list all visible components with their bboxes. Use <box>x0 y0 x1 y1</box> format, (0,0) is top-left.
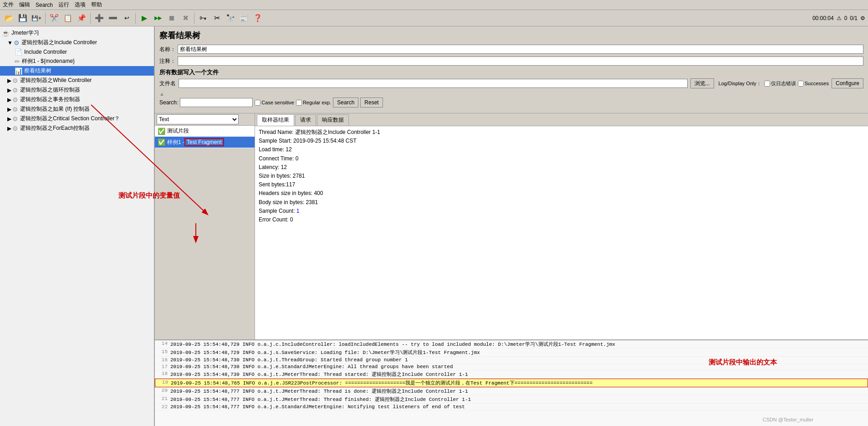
errors-checkbox-label[interactable]: 仅日志错误 <box>764 80 796 87</box>
case-sensitive-checkbox[interactable] <box>255 100 260 106</box>
menu-help[interactable]: 帮助 <box>91 1 102 9</box>
expand-while: ▶ <box>7 77 11 84</box>
detail-line-3: Connect Time: 0 <box>259 154 864 163</box>
stop-button[interactable]: ⏹ <box>165 12 178 25</box>
tree-foreach-label: 逻辑控制器之ForEach控制器 <box>20 124 90 132</box>
log-line-18: 18 2019-09-25 15:54:48,730 INFO o.a.j.t.… <box>155 370 868 379</box>
expand-crit: ▶ <box>7 116 11 122</box>
copy-button[interactable]: 📋 <box>61 12 74 25</box>
comment-input[interactable] <box>178 56 863 66</box>
expand-foreach: ▶ <box>7 125 11 132</box>
help-button[interactable]: ❓ <box>251 12 264 25</box>
save-as-button[interactable]: 💾+ <box>30 12 43 25</box>
expand-icon: ▼ <box>7 40 13 46</box>
foreach-icon: ⚙ <box>12 125 18 132</box>
log-text-19: 2019-09-25 15:54:48,765 INFO o.a.j.e.JSR… <box>171 380 866 386</box>
regexp-label[interactable]: Regular exp. <box>296 100 331 106</box>
toolbar-sep-4 <box>194 13 194 24</box>
format-row: Text XML JSON HTML <box>155 113 255 126</box>
tree-critical[interactable]: ▶ ⚙ 逻辑控制器之Critical Section Controller？ <box>0 114 154 123</box>
green-circle-0: ✅ <box>158 128 165 135</box>
tree-include-controller-group[interactable]: ▼ ⚙ 逻辑控制器之Include Controller <box>0 38 154 47</box>
successes-checkbox-label[interactable]: Successes <box>798 81 829 87</box>
detail-line-4: Latency: 12 <box>259 163 864 172</box>
file-input[interactable] <box>179 79 688 88</box>
key-button[interactable]: 🗝 <box>197 12 209 25</box>
tree-while[interactable]: ▶ ⚙ 逻辑控制器之While Controller <box>0 76 154 85</box>
log-line-19: 19 2019-09-25 15:54:48,765 INFO o.a.j.e.… <box>155 379 868 387</box>
paste-button[interactable]: 📌 <box>75 12 88 25</box>
detail-line-9: Sample Count: 1 <box>259 207 864 216</box>
main-layout: ☕ Jmeter学习 ▼ ⚙ 逻辑控制器之Include Controller … <box>0 26 868 426</box>
name-input[interactable] <box>178 45 863 54</box>
errors-checkbox[interactable] <box>764 81 770 87</box>
tree-sample[interactable]: ✏ 样例1 - ${modename} <box>0 56 154 66</box>
tree-if[interactable]: ▶ ⚙ 逻辑控制器之如果 (If) 控制器 <box>0 104 154 114</box>
reset-button[interactable]: Reset <box>360 98 383 108</box>
tab-request[interactable]: 请求 <box>295 114 316 126</box>
menu-run[interactable]: 运行 <box>58 1 69 9</box>
result-item-highlight-1: Test Fragment <box>184 138 224 146</box>
tab-sampler-results[interactable]: 取样器结果 <box>257 114 294 126</box>
run-no-pause-button[interactable]: ▶▶ <box>152 12 164 25</box>
result-item-1[interactable]: ✅ 样例1 - Test Fragment <box>155 137 255 148</box>
menu-edit[interactable]: 编辑 <box>19 1 30 9</box>
expand-loop: ▶ <box>7 87 11 93</box>
run-button[interactable]: ▶ <box>138 12 151 25</box>
left-panel: ☕ Jmeter学习 ▼ ⚙ 逻辑控制器之Include Controller … <box>0 26 155 426</box>
section-title: 所有数据写入一个文件 <box>159 68 863 77</box>
expand-trans: ▶ <box>7 97 11 103</box>
tree-foreach[interactable]: ▶ ⚙ 逻辑控制器之ForEach控制器 <box>0 123 154 133</box>
tree-root[interactable]: ☕ Jmeter学习 <box>0 28 154 38</box>
toolbar-right: 00:00:04 ⚠ 0 0/1 ⚙ <box>812 15 865 21</box>
regexp-checkbox[interactable] <box>296 100 302 106</box>
scissors-button[interactable]: ✂ <box>210 12 223 25</box>
open-button[interactable]: 📂 <box>3 12 15 25</box>
result-item-0[interactable]: ✅ 测试片段 <box>155 126 255 137</box>
collapse-button[interactable]: ➖ <box>107 12 119 25</box>
search-button[interactable]: Search <box>333 98 358 108</box>
tree-results[interactable]: 📊 察看结果树 <box>0 66 154 76</box>
toolbar-sep-3 <box>135 13 136 24</box>
cut-button[interactable]: ✂️ <box>48 12 61 25</box>
tree-transaction-label: 逻辑控制器之事务控制器 <box>20 96 80 103</box>
remote-button[interactable]: 🔭 <box>224 12 237 25</box>
file-row: 文件名 浏览... Log/Display Only： 仅日志错误 Succes… <box>159 78 863 88</box>
menu-search[interactable]: Search <box>36 2 53 8</box>
template-button[interactable]: 📰 <box>238 12 250 25</box>
right-panel: 察看结果树 名称： 注释： 所有数据写入一个文件 文件名 浏览... <box>155 26 868 426</box>
results-icon: 📊 <box>15 67 22 75</box>
tree-loop[interactable]: ▶ ⚙ 逻辑控制器之循环控制器 <box>0 85 154 95</box>
detail-line-1: Sample Start: 2019-09-25 15:54:48 CST <box>259 137 864 145</box>
case-sensitive-label[interactable]: Case sensitive <box>255 100 294 106</box>
critical-icon: ⚙ <box>12 115 18 123</box>
tab-response-data[interactable]: 响应数据 <box>317 114 349 126</box>
log-line-15: 15 2019-09-25 15:54:48,729 INFO o.a.j.s.… <box>155 349 868 357</box>
tree-include-ctrl[interactable]: 📄 Include Controller Include Controller <box>0 47 154 56</box>
settings-icon[interactable]: ⚙ <box>860 15 865 21</box>
browse-button[interactable]: 浏览... <box>690 78 714 88</box>
log-text-22: 2019-09-25 15:54:48,777 INFO o.a.j.e.Sta… <box>170 404 866 410</box>
search-input[interactable] <box>180 98 253 107</box>
jmeter-icon: ☕ <box>2 30 10 37</box>
shutdown-button[interactable]: ✖ <box>179 12 192 25</box>
menu-options[interactable]: 选项 <box>75 1 86 9</box>
tree-transaction[interactable]: ▶ ⚙ 逻辑控制器之事务控制器 <box>0 95 154 104</box>
include-icon: 📄 <box>15 48 22 56</box>
log-num-22: 22 <box>157 404 168 410</box>
successes-checkbox[interactable] <box>798 81 804 87</box>
result-tabs: 取样器结果 请求 响应数据 <box>255 113 868 126</box>
comment-label: 注释： <box>159 57 178 65</box>
expand-button[interactable]: ➕ <box>93 12 106 25</box>
file-label: 文件名 <box>159 80 176 87</box>
timer-display: 00:00:04 <box>812 15 834 21</box>
tree-include-ctrl-label: Include Controller <box>24 49 67 55</box>
log-num-19: 19 <box>157 380 168 386</box>
configure-button[interactable]: Configure <box>832 78 863 88</box>
undo-button[interactable]: ↩ <box>120 12 133 25</box>
menu-file[interactable]: 文件 <box>3 1 14 9</box>
save-button[interactable]: 💾 <box>16 12 29 25</box>
log-line-16: 16 2019-09-25 15:54:48,730 INFO o.a.j.t.… <box>155 357 868 364</box>
format-select[interactable]: Text XML JSON HTML <box>157 114 239 124</box>
log-num-21: 21 <box>157 396 168 403</box>
